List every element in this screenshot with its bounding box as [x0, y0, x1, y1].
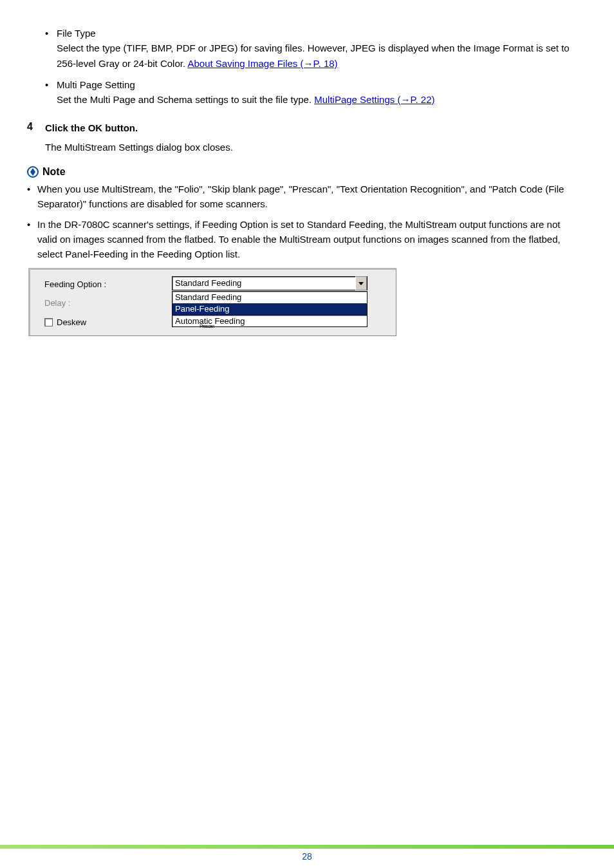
- chevron-down-icon[interactable]: [355, 276, 367, 290]
- dropdown-item-panel-feeding[interactable]: Panel-Feeding: [172, 303, 367, 315]
- feeding-option-dropdown: Standard Feeding Panel-Feeding: [172, 291, 367, 316]
- link-multipage-settings[interactable]: MultiPage Settings (→P. 22): [314, 94, 434, 105]
- step-number: 4: [27, 121, 45, 133]
- note-icon: [27, 166, 39, 178]
- dropdown-item-standard-feeding[interactable]: Standard Feeding: [172, 292, 367, 303]
- feeding-option-combobox[interactable]: Standard Feeding: [172, 276, 367, 290]
- file-options-list: File Type Select the type (TIFF, BMP, PD…: [45, 26, 575, 107]
- list-item: File Type Select the type (TIFF, BMP, PD…: [45, 26, 575, 71]
- note-header: Note: [27, 166, 575, 178]
- delay-label: Delay :: [44, 295, 172, 310]
- note-list: When you use MultiStream, the "Folio", "…: [27, 182, 575, 336]
- note-item: In the DR-7080C scanner's settings, if F…: [27, 217, 575, 336]
- svg-marker-2: [358, 282, 364, 285]
- combobox-value: Standard Feeding: [175, 277, 241, 290]
- step-description: The MultiStream Settings dialog box clos…: [45, 140, 575, 155]
- page-number: 28: [0, 849, 614, 868]
- item-title: Multi Page Setting: [57, 79, 135, 90]
- page-footer: 28: [0, 845, 614, 868]
- deskew-label: Deskew: [57, 317, 86, 327]
- feeding-option-screenshot: Feeding Option : Standard Feeding Standa…: [28, 268, 396, 335]
- list-item: Multi Page Setting Set the Multi Page an…: [45, 77, 575, 108]
- feeding-option-label: Feeding Option :: [44, 276, 172, 291]
- svg-marker-1: [30, 168, 35, 176]
- note-title: Note: [42, 166, 66, 178]
- item-body: Set the Multi Page and Schema settings t…: [57, 94, 314, 105]
- link-about-saving-image-files[interactable]: About Saving Image Files (→P. 18): [187, 58, 337, 69]
- item-title: File Type: [57, 28, 96, 39]
- step-title: Click the OK button.: [45, 121, 138, 136]
- deskew-checkbox[interactable]: [44, 318, 53, 326]
- note-item: When you use MultiStream, the "Folio", "…: [27, 182, 575, 212]
- step-4: 4 Click the OK button.: [27, 121, 575, 136]
